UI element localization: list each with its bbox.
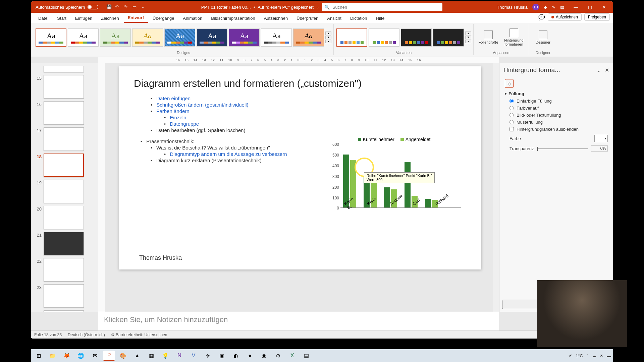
tab-entwurf[interactable]: Entwurf <box>124 13 148 23</box>
color-picker[interactable] <box>594 135 608 142</box>
chrome-icon[interactable]: 🌐 <box>75 351 87 361</box>
chart[interactable]: Kursteilnehmer Angemeldet 600 500 400 30… <box>327 137 461 231</box>
app-icon[interactable]: V <box>188 351 199 361</box>
tab-uebergaenge[interactable]: Übergänge <box>149 14 178 23</box>
save-icon[interactable]: 💾 <box>106 4 112 10</box>
slide-thumb[interactable] <box>44 66 84 72</box>
outlook-icon[interactable]: ✉ <box>89 351 101 361</box>
app-icon[interactable]: ▦ <box>146 351 157 361</box>
undo-icon[interactable]: ↶ <box>115 4 120 10</box>
variant-thumbnail[interactable] <box>369 28 399 47</box>
explorer-icon[interactable]: 📁 <box>47 351 58 361</box>
vlc-icon[interactable]: ▲ <box>131 351 143 361</box>
variant-thumbnail[interactable] <box>336 28 367 47</box>
mail-tray-icon[interactable]: ✉ <box>600 353 603 358</box>
chevron-down-icon[interactable]: ⌄ <box>596 67 601 73</box>
tab-zeichnen[interactable]: Zeichnen <box>97 14 123 23</box>
slide-counter[interactable]: Folie 18 von 33 <box>34 333 62 337</box>
bullet[interactable]: Farben ändern <box>151 108 467 114</box>
transparency-slider[interactable] <box>537 148 589 149</box>
temperature[interactable]: 1°C <box>576 353 583 358</box>
app-icon[interactable]: ▤ <box>301 351 312 361</box>
pen-icon[interactable]: ✎ <box>552 5 555 10</box>
opt-solid[interactable]: Einfarbige Füllung <box>505 98 608 105</box>
powerpoint-icon[interactable]: P <box>103 351 115 361</box>
transparency-value[interactable]: 0% <box>591 145 608 152</box>
share-button[interactable]: Freigeben <box>584 13 610 21</box>
close-pane-icon[interactable]: ✕ <box>605 67 609 73</box>
onenote-icon[interactable]: N <box>174 351 185 361</box>
tab-hilfe[interactable]: Hilfe <box>372 14 389 23</box>
fill-tab-icon[interactable]: ◇ <box>505 79 514 88</box>
firefox-icon[interactable]: 🦊 <box>61 351 72 361</box>
minimize-button[interactable]: — <box>569 1 583 13</box>
variant-thumbnail[interactable] <box>401 28 432 47</box>
theme-thumbnail[interactable]: Aa <box>36 28 66 47</box>
comments-icon[interactable]: 💬 <box>538 14 545 20</box>
tab-start[interactable]: Start <box>53 14 70 23</box>
diamond-icon[interactable]: ◆ <box>544 5 547 10</box>
calendar-icon[interactable]: ▦ <box>560 5 564 10</box>
touch-icon[interactable]: ⌄ <box>141 4 147 10</box>
redo-icon[interactable]: ↷ <box>124 4 129 10</box>
vertical-scrollbar[interactable] <box>493 63 499 312</box>
variant-gallery-nav[interactable]: ▲▼▾ <box>465 32 471 43</box>
variant-thumbnail[interactable] <box>433 28 464 47</box>
slide-thumb[interactable] <box>44 127 84 151</box>
weather-icon[interactable]: ☀ <box>568 353 572 358</box>
onedrive-icon[interactable]: ☁ <box>592 353 596 358</box>
record-button[interactable]: Aufzeichnen <box>548 13 582 21</box>
slide-canvas[interactable]: Diagramm erstellen und formatieren („cus… <box>119 66 481 269</box>
language-status[interactable]: Deutsch (Österreich) <box>68 333 105 337</box>
slide-thumb[interactable] <box>44 180 84 203</box>
battery-icon[interactable]: ▬ <box>607 353 611 358</box>
bullet[interactable]: Datengruppe <box>164 121 467 127</box>
designer-button[interactable]: Designer <box>531 31 555 44</box>
theme-thumbnail[interactable]: Aa <box>197 28 227 47</box>
accessibility-status[interactable]: ⚙ Barrierefreiheit: Untersuchen <box>111 333 167 337</box>
notes-pane[interactable]: Klicken Sie, um Notizen hinzuzufügen <box>98 312 499 330</box>
opt-hide-bg[interactable]: Hintergrundgrafiken ausblenden <box>505 126 608 133</box>
theme-thumbnail[interactable]: Aa <box>132 28 163 47</box>
theme-thumbnail[interactable]: Aa <box>293 28 324 47</box>
slide-thumb-active[interactable] <box>44 154 84 177</box>
autosave-toggle[interactable]: Automatisches Speichern <box>36 5 98 10</box>
tab-ansicht[interactable]: Ansicht <box>323 14 345 23</box>
search-input[interactable]: 🔍 Suchen <box>322 3 442 11</box>
tab-ueberpruefen[interactable]: Überprüfen <box>292 14 322 23</box>
opt-pattern[interactable]: Musterfüllung <box>505 119 608 126</box>
slide-thumbnails[interactable]: 15 16 17 18 19 20 21 22 23 24 <box>31 63 98 312</box>
maximize-button[interactable]: ▢ <box>583 1 597 13</box>
opt-picture[interactable]: Bild- oder Texturfüllung <box>505 112 608 119</box>
app-icon[interactable]: ◉ <box>258 351 270 361</box>
save-location[interactable]: Auf "diesem PC" gespeichert <box>258 5 314 10</box>
slide-thumb[interactable] <box>44 232 84 255</box>
app-icon[interactable]: ◐ <box>230 351 241 361</box>
windows-taskbar[interactable]: ⊞ 📁 🦊 🌐 ✉ P 🎨 ▲ ▦ 💡 N V ✈ ▣ ◐ ● ◉ ⚙ X ▤ … <box>31 349 613 362</box>
opt-gradient[interactable]: Farbverlauf <box>505 105 608 112</box>
slide-thumb[interactable] <box>44 258 84 282</box>
tab-aufzeichnen[interactable]: Aufzeichnen <box>260 14 292 23</box>
settings-icon[interactable]: ⚙ <box>272 351 284 361</box>
tab-dictation[interactable]: Dictation <box>346 14 371 23</box>
tray-chevron-icon[interactable]: ˄ <box>586 353 589 358</box>
format-background-button[interactable]: Hintergrund formatieren <box>502 28 526 46</box>
theme-thumbnail[interactable]: Aa <box>100 28 131 47</box>
tab-datei[interactable]: Datei <box>34 14 52 23</box>
close-button[interactable]: ✕ <box>597 1 611 13</box>
theme-thumbnail[interactable]: Aa <box>261 28 292 47</box>
slide-size-button[interactable]: Foliengröße <box>476 31 500 44</box>
bullet[interactable]: Schriftgrößen ändern (gesamt/individuell… <box>151 102 467 108</box>
app-icon[interactable]: 💡 <box>160 351 171 361</box>
bullet[interactable]: Daten einfügen <box>151 95 467 102</box>
bullet[interactable]: Daten bearbeiten (ggf. Spalten löschen) <box>151 127 467 133</box>
tab-einfuegen[interactable]: Einfügen <box>71 14 96 23</box>
document-name[interactable]: PPT 01 Roter Faden 00... <box>201 5 251 10</box>
theme-thumbnail[interactable]: Aa <box>68 28 99 47</box>
avatar[interactable]: TH <box>532 4 539 10</box>
excel-icon[interactable]: X <box>286 351 298 361</box>
theme-thumbnail[interactable]: Aa <box>229 28 260 47</box>
app-icon[interactable]: ▣ <box>216 351 227 361</box>
bullet[interactable]: Einzeln <box>164 114 467 121</box>
toggle-switch[interactable] <box>88 5 98 9</box>
